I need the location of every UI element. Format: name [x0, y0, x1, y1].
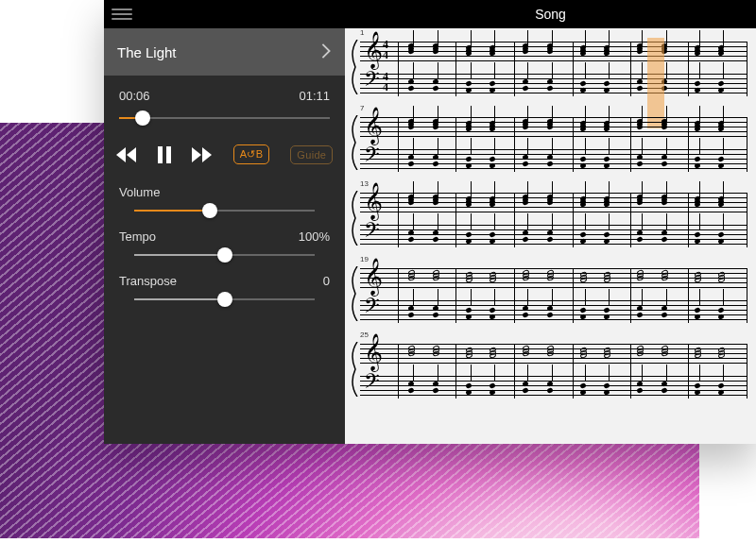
control-panel: The Light 00:06 01:11 A↺B: [104, 0, 345, 444]
staff-system: 1𝄞44𝄢44: [360, 38, 747, 96]
guide-button[interactable]: Guide: [290, 145, 333, 164]
panel-topbar: [104, 0, 345, 28]
forward-button[interactable]: [192, 147, 213, 162]
score-header: Song: [345, 0, 756, 28]
staff-system: 25𝄞𝄢: [360, 340, 747, 399]
tempo-label: Tempo: [119, 229, 156, 244]
time-readout: 00:06 01:11: [104, 76, 345, 109]
bass-clef-icon: 𝄢: [364, 144, 380, 172]
brace-icon: [351, 266, 358, 321]
transpose-value: 0: [323, 274, 330, 288]
treble-staff: 𝄞: [360, 113, 747, 140]
song-title: The Light: [117, 44, 177, 60]
bass-clef-icon: 𝄢: [364, 68, 380, 96]
tempo-control: Tempo 100%: [104, 226, 345, 270]
bass-staff: 𝄢44: [360, 70, 747, 96]
brace-icon: [351, 342, 358, 397]
score-panel: Song 1𝄞44𝄢447𝄞𝄢13𝄞𝄢19𝄞𝄢25𝄞𝄢: [345, 0, 756, 444]
treble-staff: 𝄞: [360, 189, 747, 215]
chevron-right-icon: [320, 42, 332, 62]
treble-clef-icon: 𝄞: [364, 334, 383, 371]
tempo-slider[interactable]: [134, 246, 315, 264]
bass-clef-icon: 𝄢: [364, 219, 380, 247]
bass-staff: 𝄢: [360, 372, 747, 399]
volume-control: Volume: [104, 181, 345, 226]
svg-rect-0: [158, 146, 163, 163]
score-body[interactable]: 1𝄞44𝄢447𝄞𝄢13𝄞𝄢19𝄞𝄢25𝄞𝄢: [345, 28, 756, 444]
transpose-label: Transpose: [119, 274, 177, 288]
brace-icon: [351, 40, 358, 94]
loop-button[interactable]: A↺B: [233, 144, 270, 164]
staff-system: 19𝄞𝄢: [360, 264, 747, 323]
treble-staff: 𝄞: [360, 340, 747, 366]
elapsed-time: 00:06: [119, 89, 150, 103]
transport-controls: A↺B Guide: [104, 131, 345, 181]
staff-system: 13𝄞𝄢: [360, 189, 747, 247]
treble-staff: 𝄞: [360, 264, 747, 291]
brace-icon: [351, 115, 358, 170]
volume-label: Volume: [119, 185, 160, 199]
pause-button[interactable]: [158, 146, 171, 163]
bass-staff: 𝄢: [360, 297, 747, 323]
time-signature: 44: [383, 72, 388, 93]
tempo-value: 100%: [299, 229, 330, 244]
bass-clef-icon: 𝄢: [364, 295, 380, 323]
menu-icon[interactable]: [112, 8, 132, 20]
svg-rect-1: [166, 146, 171, 163]
treble-clef-icon: 𝄞: [364, 32, 383, 69]
volume-slider[interactable]: [134, 201, 315, 220]
treble-clef-icon: 𝄞: [364, 259, 383, 296]
song-selector[interactable]: The Light: [104, 28, 345, 76]
app-window: The Light 00:06 01:11 A↺B: [104, 0, 756, 444]
transpose-slider[interactable]: [134, 290, 315, 309]
rewind-button[interactable]: [116, 147, 137, 162]
bass-clef-icon: 𝄢: [364, 370, 380, 399]
score-tab-label: Song: [535, 7, 566, 22]
treble-clef-icon: 𝄞: [364, 108, 383, 144]
staff-system: 7𝄞𝄢: [360, 113, 747, 172]
progress-slider[interactable]: [119, 109, 330, 127]
treble-staff: 𝄞44: [360, 38, 747, 64]
treble-clef-icon: 𝄞: [364, 183, 383, 220]
total-time: 01:11: [299, 89, 330, 103]
brace-icon: [351, 191, 358, 246]
bass-staff: 𝄢: [360, 221, 747, 247]
transpose-control: Transpose 0: [104, 270, 345, 314]
time-signature: 44: [383, 40, 388, 60]
bass-staff: 𝄢: [360, 145, 747, 172]
